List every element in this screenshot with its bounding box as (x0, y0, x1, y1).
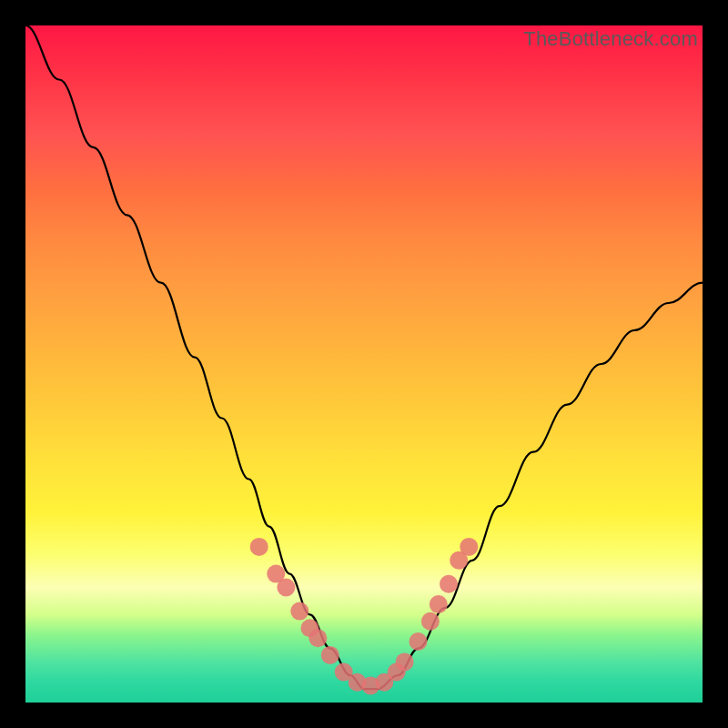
marker-group (250, 538, 479, 695)
marker-dot (250, 538, 268, 556)
marker-dot (277, 579, 295, 597)
marker-dot (396, 652, 414, 671)
plot-area (25, 25, 703, 703)
marker-dot (308, 629, 327, 647)
bottleneck-curve (25, 25, 703, 689)
chart-svg (25, 25, 703, 703)
marker-dot (321, 646, 339, 664)
marker-dot (430, 595, 448, 613)
marker-dot (290, 602, 308, 621)
marker-dot (440, 575, 458, 593)
watermark-text: TheBottleneck.com (523, 27, 698, 51)
marker-dot (421, 612, 440, 631)
chart-frame: TheBottleneck.com (0, 0, 728, 728)
marker-dot (410, 632, 428, 651)
marker-dot (460, 538, 478, 556)
